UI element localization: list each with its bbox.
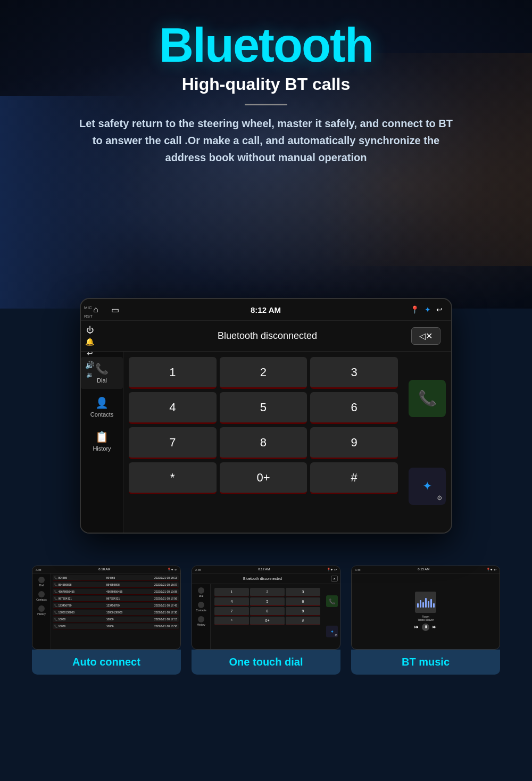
t-key-8: 8 [250, 607, 285, 616]
key-5[interactable]: 5 [220, 392, 307, 424]
call-button[interactable]: 📞 [409, 380, 446, 417]
thumb-status-2: ⌂ ▭ 8:12 AM 📍✦ ↩ [192, 566, 340, 574]
one-touch-screen: ⌂ ▭ 8:12 AM 📍✦ ↩ Bluetooth disconnected … [192, 566, 340, 650]
key-4[interactable]: 4 [129, 392, 217, 424]
auto-connect-content: ⌂ ▭ 8:18 AM 📍✦ ↩ Dial Contacts [32, 566, 180, 649]
thumb-dialpad-area: 1 2 3 4 5 6 7 8 9 * 0+ # [211, 584, 324, 649]
thumb-side-history-2: History [192, 614, 210, 628]
t-key-hash: # [286, 617, 320, 625]
thumb-delete-btn: ✕ [331, 576, 338, 581]
wave-2 [420, 600, 421, 608]
settings-icon: ⚙ [437, 494, 443, 502]
t-key-4: 4 [214, 597, 249, 606]
key-7[interactable]: 7 [129, 427, 217, 459]
thumb-bt-bar: Bluetooth disconnected ✕ [192, 574, 340, 584]
thumbnail-bt-music: ⌂ ▭ 8:15 AM 📍✦ ↩ [351, 566, 500, 675]
key-3[interactable]: 3 [310, 357, 398, 389]
t-key-3: 3 [286, 588, 320, 596]
status-bar: ⌂ ▭ 8:12 AM 📍 ✦ ↩ [81, 299, 451, 321]
history-label: History [93, 445, 111, 452]
thumb-side-history: History [32, 604, 51, 617]
status-right-icons: 📍 ✦ ↩ [410, 305, 443, 314]
phone-call-icon: 📞 [418, 389, 437, 407]
t-key-0: 0+ [250, 617, 285, 625]
sidebar-item-history[interactable]: 📋 History [81, 425, 123, 457]
thumb-sidebar-2: Dial Contacts History [192, 584, 211, 649]
key-9[interactable]: 9 [310, 427, 398, 459]
contacts-label: Contacts [90, 411, 113, 418]
one-touch-content: ⌂ ▭ 8:12 AM 📍✦ ↩ Bluetooth disconnected … [192, 566, 340, 649]
thumb-body-1: Dial Contacts History 📞 894 [32, 574, 180, 649]
thumb-side-dial: Dial [32, 575, 51, 588]
thumb-call-btn: 📞 [326, 595, 338, 607]
key-hash[interactable]: # [310, 462, 398, 494]
power-icon[interactable]: ⏻ [86, 326, 94, 334]
screen-nav-icon[interactable]: ▭ [109, 303, 121, 316]
key-1[interactable]: 1 [129, 357, 217, 389]
back-side-icon[interactable]: ↩ [87, 349, 93, 358]
contact-row-1: 📞 8946658946652022/1/21 08:18:13 [53, 575, 179, 581]
key-8[interactable]: 8 [220, 427, 307, 459]
thumb-song-name: Room Tiësto-Slaiver [418, 615, 434, 621]
key-star[interactable]: * [129, 462, 217, 494]
contact-row-2: 📞 8546598988546598982022/1/21 08:18:07 [53, 582, 179, 588]
waveform [417, 597, 435, 608]
thumb-music-controls: ⏮ ⏸ ⏭ [414, 624, 437, 631]
t-key-6: 6 [286, 597, 320, 606]
back-nav-icon[interactable]: ↩ [436, 305, 443, 314]
thumb-side-contacts: Contacts [32, 589, 51, 603]
wave-4 [425, 598, 427, 608]
bt-music-label: BT music [351, 650, 500, 675]
t-key-5: 5 [250, 597, 285, 606]
hero-description: Let safety return to the steering wheel,… [66, 115, 466, 166]
bluetooth-status-icon: ✦ [425, 305, 431, 314]
wave-3 [422, 602, 424, 608]
thumb-side-dial-2: Dial [192, 586, 210, 599]
volume-down-icon[interactable]: 🔉 [86, 371, 94, 378]
rst-label: RST [84, 314, 93, 319]
contacts-icon: 👤 [95, 396, 109, 409]
key-0[interactable]: 0+ [220, 462, 307, 494]
key-2[interactable]: 2 [220, 357, 307, 389]
play-pause-btn: ⏸ [422, 624, 429, 631]
delete-icon: ◁✕ [419, 331, 433, 341]
t-key-2: 2 [250, 588, 285, 596]
location-icon: 📍 [410, 305, 419, 314]
delete-button[interactable]: ◁✕ [411, 327, 440, 345]
thumb-album-art [415, 592, 436, 613]
auto-connect-label: Auto connect [32, 650, 181, 675]
volume-up-icon[interactable]: 🔊 [85, 361, 94, 369]
phone-device: MIC RST ⏻ 🔔 ↩ 🔊 🔉 ⌂ ▭ 8:12 AM 📍 ✦ ↩ [80, 298, 452, 534]
thumbnail-one-touch: ⌂ ▭ 8:12 AM 📍✦ ↩ Bluetooth disconnected … [192, 566, 340, 675]
bt-settings-button[interactable]: ✦ ⚙ [409, 468, 446, 505]
contact-row-4: 📞 9876S43219876S43212022/1/21 08:17:56 [53, 596, 179, 602]
bt-music-screen: ⌂ ▭ 8:15 AM 📍✦ ↩ [351, 566, 500, 650]
bluetooth-icon: ✦ [422, 479, 432, 493]
thumbnails-section: ⌂ ▭ 8:18 AM 📍✦ ↩ Dial Contacts [0, 550, 532, 691]
contact-row-6: 📞 13800138000138001380002022/1/21 08:17:… [53, 610, 179, 616]
thumbnail-auto-connect: ⌂ ▭ 8:18 AM 📍✦ ↩ Dial Contacts [32, 566, 181, 675]
dial-label: Dial [97, 377, 107, 384]
status-time: 8:12 AM [251, 305, 281, 314]
mic-label: MIC [84, 305, 92, 310]
thumb-time-2: 8:12 AM [258, 568, 270, 571]
thumb-call-btns: 📞 ✦⚙ [324, 584, 340, 649]
wave-1 [417, 603, 419, 608]
thumb-body-2: Dial Contacts History 1 [192, 584, 340, 649]
wave-5 [428, 601, 429, 608]
dialpad-grid: 1 2 3 4 5 6 7 8 9 * 0+ # [129, 357, 398, 494]
hero-title: Bluetooth [159, 21, 373, 69]
hero-subtitle: High-quality BT calls [182, 74, 350, 94]
call-buttons: 📞 ✦ ⚙ [403, 352, 451, 533]
hero-divider [245, 104, 287, 105]
song-artist: Tiësto-Slaiver [418, 618, 434, 621]
side-controls: ⏻ 🔔 ↩ 🔊 🔉 [85, 326, 94, 378]
thumb-dialpad-grid: 1 2 3 4 5 6 7 8 9 * 0+ # [212, 586, 322, 627]
notification-icon[interactable]: 🔔 [85, 337, 94, 346]
sidebar-item-contacts[interactable]: 👤 Contacts [81, 391, 123, 423]
key-6[interactable]: 6 [310, 392, 398, 424]
thumb-time-3: 8:15 AM [418, 568, 429, 571]
status-nav-icons: ⌂ ▭ [89, 303, 121, 316]
bt-status-bar: Bluetooth disconnected ◁✕ [81, 321, 451, 352]
t-key-star: * [214, 617, 249, 625]
